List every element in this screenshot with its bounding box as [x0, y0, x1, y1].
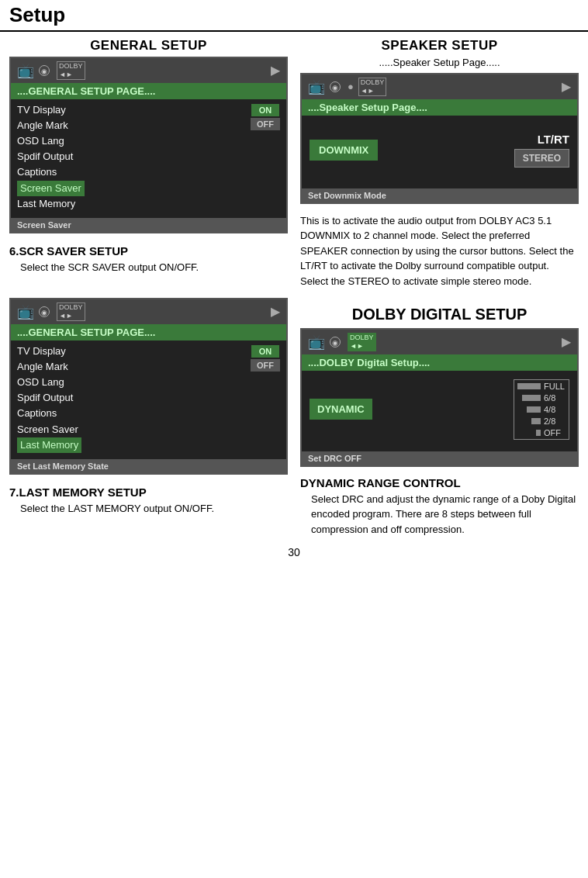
panel-topbar-general: 📺 ◉ DOLBY◄► ▶ [11, 58, 286, 83]
last-memory-panel: 📺 ◉ DOLBY◄► ▶ ....GENERAL SETUP PAGE....… [9, 298, 288, 475]
toggle-on-btn[interactable]: ON [251, 104, 279, 116]
general-page-label: ....GENERAL SETUP PAGE.... [11, 83, 286, 99]
dolby-step-title: DYNAMIC RANGE CONTROL [300, 476, 579, 489]
dolby-section-title: DOLBY DIGITAL SETUP [300, 306, 579, 323]
tv-icon: 📺 [17, 62, 34, 79]
lm-menu-item-angle-mark[interactable]: Angle Mark [17, 359, 81, 375]
lm-menu-item-osd-lang[interactable]: OSD Lang [17, 375, 81, 390]
drc-level-full: FULL [517, 382, 566, 391]
drc-bar-visual: FULL 6/8 4/8 [514, 379, 569, 440]
dot-icon: ● [348, 81, 354, 92]
dynamic-button[interactable]: DYNAMIC [310, 399, 372, 420]
drc-label-full: FULL [544, 382, 566, 391]
dolby-step-desc: Select DRC and adjust the dynamic range … [300, 492, 579, 538]
drc-bars: FULL 6/8 4/8 [517, 382, 566, 437]
lm-menu-item-tv-display[interactable]: TV Display [17, 344, 81, 359]
speaker-dolby-icon: DOLBY◄► [358, 78, 387, 96]
page-header: Setup [0, 0, 588, 32]
panel-topbar-dolby: 📺 ◉ DOLBY◄► ▶ [302, 330, 577, 354]
dolby-page-label: ....DOLBY Digital Setup.... [302, 354, 577, 371]
menu-item-captions[interactable]: Captions [17, 164, 85, 180]
speaker-tv-icon: 📺 [308, 78, 325, 95]
dolby-digital-section: DOLBY DIGITAL SETUP 📺 ◉ DOLBY◄► ▶ ....DO… [294, 298, 579, 540]
general-statusbar: Screen Saver [11, 218, 286, 232]
arrow-right-icon: ▶ [271, 63, 280, 78]
drc-bar-off [536, 430, 541, 436]
speaker-setup-section: SPEAKER SETUP .....Speaker Setup Page...… [294, 38, 579, 292]
drc-label-48: 4/8 [544, 405, 566, 414]
step7-title: 7.LAST MEMORY SETUP [9, 486, 288, 499]
lm-speaker-icon: ◉ [39, 306, 50, 317]
drc-bar-28 [531, 418, 541, 424]
menu-item-spdif-output[interactable]: Spdif Output [17, 149, 85, 164]
dolby-arrow-right-icon: ▶ [562, 334, 571, 349]
step6-section: 6.SCR SAVER SETUP Select the SCR SAVER o… [9, 240, 288, 280]
dolby-icon: DOLBY◄► [57, 61, 85, 80]
lastmemory-statusbar: Set Last Memory State [11, 459, 286, 473]
lm-menu-item-spdif-output[interactable]: Spdif Output [17, 390, 81, 406]
step6-desc: Select the SCR SAVER output ON/OFF. [9, 260, 288, 275]
ltrt-section: LT/RT STEREO [514, 133, 569, 168]
speaker-description: This is to activate the audio output fro… [300, 210, 579, 292]
drc-level-off: OFF [536, 428, 566, 437]
speaker-statusbar: Set Downmix Mode [302, 188, 577, 202]
lm-tv-icon: 📺 [17, 303, 34, 320]
panel-topbar-speaker: 📺 ◉ ● DOLBY◄► ▶ [302, 74, 577, 99]
step6-title: 6.SCR SAVER SETUP [9, 244, 288, 258]
drc-bar-full [517, 383, 541, 389]
stereo-button[interactable]: STEREO [514, 149, 569, 168]
lastmemory-menu: TV Display Angle Mark OSD Lang Spdif Out… [11, 340, 286, 456]
general-menu: TV Display Angle Mark OSD Lang Spdif Out… [11, 99, 286, 215]
lm-toggle-off-btn[interactable]: OFF [251, 359, 280, 372]
drc-label-off: OFF [544, 428, 566, 437]
speaker-setup-title: SPEAKER SETUP [300, 38, 579, 54]
step6-number: 6. [9, 244, 19, 258]
drc-bar-68 [522, 395, 541, 401]
general-setup-section: GENERAL SETUP 📺 ◉ DOLBY◄► ▶ ....GENERAL … [9, 38, 294, 292]
drc-levels: FULL 6/8 4/8 [514, 379, 569, 440]
lm-menu-item-captions[interactable]: Captions [17, 406, 81, 421]
step7-number: 7. [9, 486, 19, 499]
lm-toggle-on-btn[interactable]: ON [251, 345, 279, 358]
lm-menu-items-list: TV Display Angle Mark OSD Lang Spdif Out… [17, 344, 81, 453]
dolby-description-section: DYNAMIC RANGE CONTROL Select DRC and adj… [300, 473, 579, 541]
general-setup-title: GENERAL SETUP [9, 38, 288, 54]
menu-item-screen-saver-highlighted[interactable]: Screen Saver [17, 181, 85, 196]
ltrt-label: LT/RT [538, 133, 569, 146]
panel-topbar-lastmemory: 📺 ◉ DOLBY◄► ▶ [11, 299, 286, 324]
general-setup-panel: 📺 ◉ DOLBY◄► ▶ ....GENERAL SETUP PAGE....… [9, 57, 288, 233]
dolby-panel-content: DYNAMIC FULL 6/8 [302, 371, 577, 448]
dolby-statusbar: Set DRC OFF [302, 451, 577, 465]
dolby-digital-panel: 📺 ◉ DOLBY◄► ▶ ....DOLBY Digital Setup...… [300, 328, 579, 467]
page-title: Setup [9, 3, 65, 27]
speaker-arrow-right-icon: ▶ [562, 79, 571, 94]
toggle-off-btn[interactable]: OFF [251, 118, 280, 130]
menu-item-tv-display[interactable]: TV Display [17, 102, 85, 118]
downmix-button[interactable]: DOWNMIX [310, 140, 378, 161]
topbar-icons-left: 📺 ◉ DOLBY◄► [17, 61, 85, 80]
speaker-setup-subtitle: .....Speaker Setup Page..... [300, 57, 579, 68]
menu-item-last-memory[interactable]: Last Memory [17, 196, 85, 212]
speaker-page-label: ....Speaker Setup Page.... [302, 99, 577, 116]
dolby-speaker-icon: ◉ [330, 337, 341, 347]
drc-level-6-8: 6/8 [522, 393, 566, 403]
lm-menu-item-last-memory-highlighted[interactable]: Last Memory [17, 437, 81, 453]
lastmemory-page-label: ....GENERAL SETUP PAGE.... [11, 324, 286, 340]
menu-item-angle-mark[interactable]: Angle Mark [17, 118, 85, 133]
speaker-circle-icon: ◉ [330, 81, 341, 92]
lm-menu-item-screen-saver[interactable]: Screen Saver [17, 422, 81, 437]
lastmemory-topbar-icons: 📺 ◉ DOLBY◄► [17, 302, 85, 321]
speaker-panel-content: DOWNMIX LT/RT STEREO [302, 116, 577, 185]
drc-level-2-8: 2/8 [531, 417, 566, 426]
step7-section: 7.LAST MEMORY SETUP Select the LAST MEMO… [9, 481, 288, 521]
last-memory-section: 📺 ◉ DOLBY◄► ▶ ....GENERAL SETUP PAGE....… [9, 298, 294, 540]
drc-label-68: 6/8 [544, 393, 566, 403]
menu-item-osd-lang[interactable]: OSD Lang [17, 133, 85, 149]
speaker-icon: ◉ [39, 65, 50, 76]
page-number: 30 [0, 540, 588, 565]
drc-label-28: 2/8 [544, 417, 566, 426]
step7-desc: Select the LAST MEMORY output ON/OFF. [9, 501, 288, 517]
dolby-tv-icon: 📺 [308, 334, 325, 351]
lm-arrow-right-icon: ▶ [271, 304, 280, 319]
dolby-topbar-icons: 📺 ◉ DOLBY◄► [308, 333, 376, 351]
